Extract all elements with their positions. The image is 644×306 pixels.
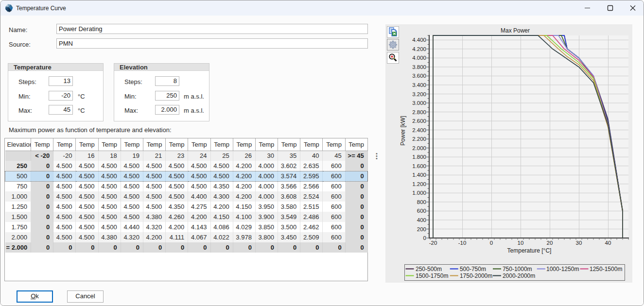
svg-text:200: 200 [417,226,426,232]
svg-text:40: 40 [605,240,611,246]
svg-text:600: 600 [417,208,426,214]
svg-text:10: 10 [518,240,524,246]
svg-text:Max Power: Max Power [501,27,530,34]
svg-text:500-750m: 500-750m [460,266,486,272]
svg-text:1.400: 1.400 [412,172,426,178]
svg-text:1000-1250m: 1000-1250m [546,266,579,272]
svg-text:2.400: 2.400 [412,127,426,133]
svg-text:3.000: 3.000 [412,100,426,106]
svg-text:3.800: 3.800 [412,64,426,70]
svg-text:4.400: 4.400 [412,37,426,43]
svg-text:Power [kW]: Power [kW] [400,116,406,145]
svg-text:2.000: 2.000 [412,145,426,151]
svg-text:1500-1750m: 1500-1750m [416,272,448,279]
svg-text:1250-1500m: 1250-1500m [590,266,622,272]
svg-text:20: 20 [547,240,553,246]
svg-text:250-500m: 250-500m [416,266,442,272]
svg-text:4.200: 4.200 [412,46,426,52]
svg-text:3.400: 3.400 [412,82,426,88]
svg-text:2000-2000m: 2000-2000m [503,272,535,279]
svg-text:3.600: 3.600 [412,73,426,79]
svg-text:800: 800 [417,199,426,205]
svg-text:30: 30 [576,240,582,246]
svg-text:2.800: 2.800 [412,109,426,115]
svg-text:1.200: 1.200 [412,181,426,187]
svg-text:400: 400 [417,217,426,223]
svg-text:0: 0 [423,235,426,241]
svg-text:750-1000m: 750-1000m [503,266,532,272]
svg-text:-10: -10 [458,240,467,246]
svg-text:-20: -20 [429,240,437,246]
svg-text:1750-2000m: 1750-2000m [460,272,492,279]
svg-text:1.800: 1.800 [412,154,426,160]
svg-text:Temperature [°C]: Temperature [°C] [507,247,552,254]
svg-text:0: 0 [490,240,493,246]
svg-text:1.000: 1.000 [412,190,426,196]
svg-text:3.200: 3.200 [412,91,426,97]
svg-text:2.200: 2.200 [412,136,426,142]
svg-text:2.600: 2.600 [412,118,426,124]
svg-text:4.000: 4.000 [412,55,426,61]
svg-text:1.600: 1.600 [412,163,426,169]
